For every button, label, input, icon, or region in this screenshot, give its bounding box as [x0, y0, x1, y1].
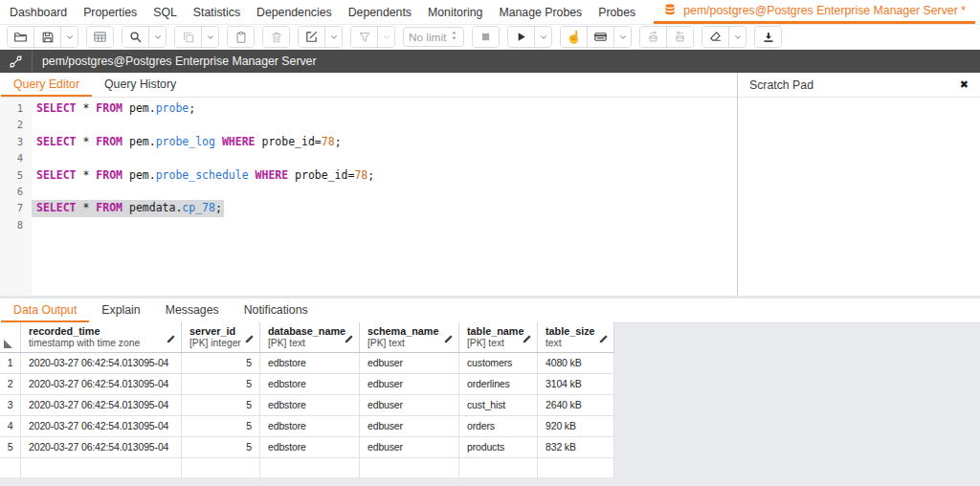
- cell-recorded-time[interactable]: 2020-03-27 06:42:54.013095-04: [21, 437, 182, 457]
- column-header-recorded-time[interactable]: recorded_timetimestamp with time zone: [21, 322, 182, 352]
- cell-schema-name[interactable]: edbuser: [360, 416, 459, 436]
- tab-data-output[interactable]: Data Output: [1, 298, 89, 322]
- cell-schema-name[interactable]: edbuser: [360, 353, 459, 373]
- cell-database-name[interactable]: edbstore: [260, 416, 360, 436]
- stop-button[interactable]: [473, 27, 499, 47]
- scratch-pad-close-icon[interactable]: ✖: [960, 78, 969, 91]
- code-line[interactable]: SELECT * FROM pemdata.cp_78;: [32, 200, 737, 216]
- cell-schema-name[interactable]: edbuser: [360, 437, 459, 457]
- edit-button[interactable]: [299, 27, 325, 47]
- close-icon[interactable]: ✖: [975, 6, 980, 18]
- menu-item-dependents[interactable]: Dependents: [348, 0, 412, 24]
- download-results-button[interactable]: [755, 27, 781, 47]
- cell-recorded-time[interactable]: 2020-03-27 06:42:54.013095-04: [21, 374, 182, 394]
- open-file-button[interactable]: [8, 27, 34, 47]
- execute-button[interactable]: [508, 27, 535, 47]
- menu-item-probes[interactable]: Probes: [598, 0, 635, 24]
- menu-item-sql[interactable]: SQL: [153, 0, 177, 24]
- cell-recorded-time[interactable]: 2020-03-27 06:42:54.013095-04: [21, 416, 182, 436]
- scratch-pad-textarea[interactable]: [738, 98, 980, 296]
- explain-menu-button[interactable]: [614, 27, 631, 47]
- cell-database-name[interactable]: edbstore: [260, 395, 360, 415]
- clear-button[interactable]: [702, 27, 729, 47]
- row-number[interactable]: 2: [0, 374, 21, 394]
- menu-item-properties[interactable]: Properties: [83, 0, 137, 24]
- cell-database-name[interactable]: edbstore: [260, 437, 360, 457]
- cell-table-name[interactable]: customers: [459, 353, 538, 373]
- cell-table-name[interactable]: products: [459, 437, 538, 457]
- empty-row: [0, 458, 614, 477]
- clear-menu-button[interactable]: [729, 27, 746, 47]
- column-header-server-id[interactable]: server_id[PK] integer: [182, 322, 260, 352]
- explain-button[interactable]: ☝: [561, 27, 588, 47]
- cell-server-id[interactable]: 5: [182, 416, 260, 436]
- tab-notifications[interactable]: Notifications: [232, 298, 321, 322]
- code-line[interactable]: SELECT * FROM pem.probe;: [32, 100, 737, 117]
- menu-item-monitoring[interactable]: Monitoring: [428, 0, 482, 24]
- row-number[interactable]: 1: [0, 353, 21, 373]
- select-all-cell[interactable]: [0, 322, 21, 352]
- filter-menu-button[interactable]: [378, 27, 394, 47]
- code-line[interactable]: [32, 150, 737, 166]
- column-header-schema-name[interactable]: schema_name[PK] text: [360, 322, 459, 352]
- tab-messages[interactable]: Messages: [153, 298, 232, 322]
- filter-button[interactable]: [351, 27, 378, 47]
- cell-table-size[interactable]: 3104 kB: [538, 374, 614, 394]
- cell-table-name[interactable]: orders: [459, 416, 538, 436]
- copy-button[interactable]: [175, 27, 202, 47]
- row-limit-select[interactable]: No limit: [403, 27, 464, 47]
- explain-analyze-button[interactable]: [588, 27, 614, 47]
- paste-button[interactable]: [228, 27, 254, 47]
- editor-lines[interactable]: SELECT * FROM pem.probe;SELECT * FROM pe…: [32, 98, 737, 233]
- query-tool-tab[interactable]: pem/postgres@Postgres Enterprise Manager…: [654, 0, 975, 24]
- cell-schema-name[interactable]: edbuser: [360, 395, 459, 415]
- edit-menu-button[interactable]: [325, 27, 342, 47]
- execute-menu-button[interactable]: [535, 27, 551, 47]
- menu-item-dependencies[interactable]: Dependencies: [256, 0, 332, 24]
- code-line[interactable]: SELECT * FROM pem.probe_log WHERE probe_…: [32, 134, 737, 150]
- cell-table-size[interactable]: 832 kB: [538, 437, 614, 457]
- cell-database-name[interactable]: edbstore: [260, 353, 360, 373]
- tab-query-editor[interactable]: Query Editor: [1, 73, 92, 97]
- cell-table-name[interactable]: cust_hist: [459, 395, 538, 415]
- row-number[interactable]: 3: [0, 395, 21, 415]
- row-number[interactable]: 4: [0, 416, 21, 436]
- cell-recorded-time[interactable]: 2020-03-27 06:42:54.013095-04: [21, 353, 182, 373]
- cell-database-name[interactable]: edbstore: [260, 374, 360, 394]
- commit-button[interactable]: [640, 27, 667, 47]
- code-line[interactable]: SELECT * FROM pem.probe_schedule WHERE p…: [32, 167, 737, 184]
- save-menu-button[interactable]: [61, 27, 78, 47]
- column-header-database-name[interactable]: database_name[PK] text: [260, 322, 360, 352]
- menubar-items: DashboardPropertiesSQLStatisticsDependen…: [10, 0, 652, 24]
- menu-item-statistics[interactable]: Statistics: [193, 0, 240, 24]
- menu-item-manage-probes[interactable]: Manage Probes: [499, 0, 582, 24]
- code-line[interactable]: [32, 117, 737, 133]
- cell-table-size[interactable]: 2640 kB: [538, 395, 614, 415]
- cell-table-size[interactable]: 920 kB: [538, 416, 614, 436]
- column-header-table-name[interactable]: table_name[PK] text: [459, 322, 538, 352]
- cell-server-id[interactable]: 5: [182, 437, 260, 457]
- delete-row-button[interactable]: [263, 27, 289, 47]
- find-menu-button[interactable]: [149, 27, 166, 47]
- save-button[interactable]: [34, 27, 61, 47]
- tab-explain[interactable]: Explain: [89, 298, 152, 322]
- empty-cell: [360, 458, 459, 477]
- column-header-table-size[interactable]: table_sizetext: [538, 322, 614, 352]
- cell-table-size[interactable]: 4080 kB: [538, 353, 614, 373]
- code-line[interactable]: [32, 217, 737, 233]
- cell-schema-name[interactable]: edbuser: [360, 374, 459, 394]
- cell-recorded-time[interactable]: 2020-03-27 06:42:54.013095-04: [21, 395, 182, 415]
- code-line[interactable]: [32, 184, 737, 200]
- cell-server-id[interactable]: 5: [182, 353, 260, 373]
- cell-server-id[interactable]: 5: [182, 374, 260, 394]
- rollback-button[interactable]: [667, 27, 693, 47]
- copy-menu-button[interactable]: [202, 27, 218, 47]
- cell-table-name[interactable]: orderlines: [459, 374, 538, 394]
- menu-item-dashboard[interactable]: Dashboard: [10, 0, 67, 24]
- cell-server-id[interactable]: 5: [182, 395, 260, 415]
- find-button[interactable]: [122, 27, 149, 47]
- edit-grid-button[interactable]: [87, 27, 113, 47]
- sql-editor[interactable]: 12345678 SELECT * FROM pem.probe;SELECT …: [0, 98, 737, 296]
- tab-query-history[interactable]: Query History: [92, 73, 189, 97]
- row-number[interactable]: 5: [0, 437, 21, 457]
